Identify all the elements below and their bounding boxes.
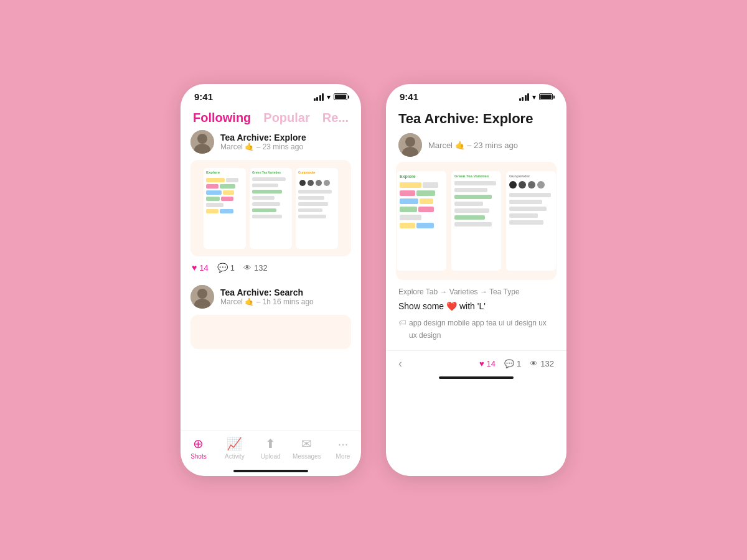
detail-mock-explore: Explore [397, 171, 446, 271]
activity-icon: 📈 [227, 436, 242, 451]
status-icons-1: ▾ [314, 93, 348, 101]
phone-detail: 9:41 ▾ Tea Archive: Explore [386, 84, 566, 476]
comment-icon-1: 💬 [217, 263, 228, 273]
detail-views-count: 132 [540, 359, 554, 368]
detail-comments[interactable]: 💬 1 [504, 359, 521, 368]
avatar-1 [190, 130, 214, 154]
detail-description: Explore Tab → Varieties → Tea Type Show … [386, 287, 566, 350]
feed-image-2[interactable] [190, 315, 351, 349]
nav-shots[interactable]: ⊕ Shots [184, 436, 212, 460]
shots-icon: ⊕ [193, 436, 204, 451]
status-icons-2: ▾ [519, 93, 553, 101]
feed-item-1-title: Tea Archive: Explore [220, 133, 306, 142]
messages-icon: ✉ [301, 436, 312, 451]
detail-author: Marcel 🤙 – 23 mins ago [398, 133, 554, 157]
feed-item-1: Tea Archive: Explore Marcel 🤙 – 23 mins … [190, 130, 351, 273]
detail-heart-icon: ♥ [479, 359, 484, 368]
wifi-icon-2: ▾ [532, 93, 536, 101]
comments-stat-1[interactable]: 💬 1 [217, 263, 235, 273]
feed-item-2-header: Tea Archive: Search Marcel 🤙 – 1h 16 min… [190, 285, 351, 309]
detail-likes[interactable]: ♥ 14 [479, 359, 496, 368]
tab-following[interactable]: Following [193, 111, 251, 125]
views-count-1: 132 [254, 263, 268, 273]
status-bar-2: 9:41 ▾ [386, 84, 566, 105]
detail-avatar [398, 133, 422, 157]
likes-count-1: 14 [199, 263, 208, 273]
back-button[interactable]: ‹ [398, 357, 402, 370]
status-bar-1: 9:41 ▾ [181, 84, 361, 105]
nav-more[interactable]: ··· More [329, 437, 357, 460]
feed-item-1-meta: Marcel 🤙 – 23 mins ago [220, 142, 306, 151]
detail-comments-count: 1 [517, 359, 521, 368]
wifi-icon-1: ▾ [327, 93, 331, 101]
more-icon: ··· [338, 437, 349, 451]
detail-mock-gunpowder: Gunpowder [506, 171, 556, 271]
detail-show-some: Show some ❤️ with 'L' [398, 301, 554, 311]
mock-screen-green-tea-1: Green Tea Varieties [250, 168, 292, 249]
feed-item-2-info: Tea Archive: Search Marcel 🤙 – 1h 16 min… [220, 287, 314, 306]
status-time-2: 9:41 [400, 91, 418, 102]
feed-scroll: Tea Archive: Explore Marcel 🤙 – 23 mins … [181, 130, 361, 431]
phone-feed: 9:41 ▾ Following Popular Re... [181, 84, 361, 476]
detail-author-info: Marcel 🤙 – 23 mins ago [428, 141, 518, 150]
detail-likes-count: 14 [487, 359, 496, 368]
tags-list: app design mobile app tea ui ui design u… [409, 317, 554, 341]
avatar-2 [190, 285, 214, 309]
detail-tags: 🏷 app design mobile app tea ui ui design… [398, 317, 554, 341]
home-indicator-1 [233, 470, 308, 472]
detail-image: Explore Green Tea Varieties [396, 162, 557, 280]
likes-stat-1[interactable]: ♥ 14 [192, 263, 209, 273]
detail-title: Tea Archive: Explore [398, 111, 554, 127]
battery-icon-2 [539, 93, 553, 100]
feed-item-1-header: Tea Archive: Explore Marcel 🤙 – 23 mins … [190, 130, 351, 154]
svg-point-7 [405, 137, 415, 147]
phones-container: 9:41 ▾ Following Popular Re... [181, 84, 566, 476]
eye-icon-1: 👁 [243, 263, 251, 273]
feed-stats-1: ♥ 14 💬 1 👁 132 [190, 263, 351, 273]
detail-stats-bar: ‹ ♥ 14 💬 1 👁 132 [386, 350, 566, 376]
detail-breadcrumb: Explore Tab → Varieties → Tea Type [398, 287, 554, 296]
nav-activity[interactable]: 📈 Activity [220, 436, 248, 460]
home-indicator-2 [439, 376, 514, 379]
mock-screen-explore-1: Explore [204, 168, 246, 249]
feed-item-2-title: Tea Archive: Search [220, 287, 314, 297]
detail-eye-icon: 👁 [530, 359, 538, 368]
more-label: More [336, 453, 350, 460]
tag-icon: 🏷 [398, 318, 406, 327]
comments-count-1: 1 [230, 263, 235, 273]
bottom-nav: ⊕ Shots 📈 Activity ⬆ Upload ✉ Messages ·… [181, 431, 361, 470]
mock-screen-gunpowder-1: Gunpowder [296, 168, 338, 249]
svg-point-4 [197, 289, 207, 299]
status-time-1: 9:41 [194, 91, 213, 102]
detail-comment-icon: 💬 [504, 359, 514, 368]
upload-label: Upload [261, 453, 281, 460]
detail-mock-green-tea: Green Tea Varieties [451, 171, 501, 271]
feed-item-2: Tea Archive: Search Marcel 🤙 – 1h 16 min… [190, 285, 351, 349]
phone1-content: Following Popular Re... [181, 105, 361, 476]
upload-icon: ⬆ [265, 436, 276, 451]
signal-icon-2 [519, 93, 530, 101]
feed-item-1-info: Tea Archive: Explore Marcel 🤙 – 23 mins … [220, 133, 306, 151]
nav-messages[interactable]: ✉ Messages [293, 436, 321, 460]
detail-views: 👁 132 [530, 359, 554, 368]
detail-header: Tea Archive: Explore Marcel 🤙 – 23 mins … [386, 105, 566, 162]
svg-point-1 [197, 134, 207, 144]
tab-recent[interactable]: Re... [322, 111, 349, 125]
feed-item-2-meta: Marcel 🤙 – 1h 16 mins ago [220, 297, 314, 306]
nav-tabs: Following Popular Re... [181, 105, 361, 130]
feed-image-1[interactable]: Explore Green Tea Varieties [190, 160, 351, 256]
messages-label: Messages [293, 453, 321, 460]
battery-icon-1 [334, 93, 347, 100]
views-stat-1: 👁 132 [243, 263, 268, 273]
shots-label: Shots [190, 453, 207, 460]
tab-popular[interactable]: Popular [263, 111, 309, 125]
phone2-content: Tea Archive: Explore Marcel 🤙 – 23 mins … [386, 105, 566, 476]
signal-icon-1 [314, 93, 324, 101]
nav-upload[interactable]: ⬆ Upload [256, 436, 284, 460]
heart-icon-1: ♥ [192, 263, 197, 273]
activity-label: Activity [225, 453, 245, 460]
